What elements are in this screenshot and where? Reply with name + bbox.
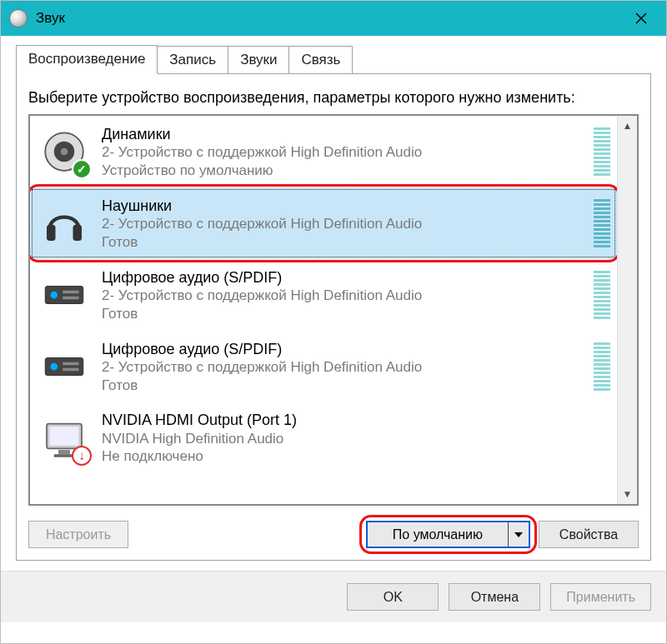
window-title: Звук xyxy=(36,10,619,27)
scroll-down-arrow-icon[interactable]: ▼ xyxy=(618,484,637,504)
device-info: Динамики 2- Устройство с поддержкой High… xyxy=(102,125,582,179)
device-name: Динамики xyxy=(102,125,582,144)
device-info: Наушники 2- Устройство с поддержкой High… xyxy=(102,197,582,251)
device-description: 2- Устройство с поддержкой High Definiti… xyxy=(102,215,582,232)
device-item-headphones[interactable]: Наушники 2- Устройство с поддержкой High… xyxy=(30,187,617,259)
svg-rect-12 xyxy=(63,368,78,372)
level-meter xyxy=(594,339,610,394)
device-description: 2- Устройство с поддержкой High Definiti… xyxy=(102,143,582,161)
close-button[interactable] xyxy=(619,1,663,36)
chevron-down-icon xyxy=(514,532,523,537)
svg-rect-3 xyxy=(47,225,56,241)
svg-point-6 xyxy=(50,292,58,299)
device-name: Цифровое аудио (S/PDIF) xyxy=(102,268,582,287)
device-name: NVIDIA HDMI Output (Port 1) xyxy=(102,411,610,430)
svg-rect-4 xyxy=(73,225,83,241)
cancel-button[interactable]: Отмена xyxy=(449,583,540,611)
set-default-dropdown-arrow[interactable] xyxy=(509,522,529,547)
device-item-spdif-1[interactable]: Цифровое аудио (S/PDIF) 2- Устройство с … xyxy=(30,259,617,331)
level-meter xyxy=(594,196,610,251)
level-meter xyxy=(594,267,610,322)
device-status: Готов xyxy=(102,377,582,394)
receiver-icon xyxy=(38,269,90,321)
monitor-icon xyxy=(38,412,90,464)
set-default-button[interactable]: По умолчанию xyxy=(368,522,509,547)
properties-button[interactable]: Свойства xyxy=(539,521,639,548)
device-list[interactable]: Динамики 2- Устройство с поддержкой High… xyxy=(30,116,617,504)
tab-recording[interactable]: Запись xyxy=(157,46,228,74)
device-status: Готов xyxy=(102,233,582,251)
tab-row: Воспроизведение Запись Звуки Связь xyxy=(16,44,651,74)
set-default-split-button[interactable]: По умолчанию xyxy=(366,521,530,548)
device-name: Цифровое аудио (S/PDIF) xyxy=(102,340,582,359)
ok-button[interactable]: OK xyxy=(347,583,439,611)
close-icon xyxy=(635,12,647,24)
receiver-icon xyxy=(38,341,90,392)
svg-rect-7 xyxy=(63,291,78,294)
scrollbar[interactable]: ▲ ▼ xyxy=(617,116,637,504)
tab-playback[interactable]: Воспроизведение xyxy=(16,45,158,74)
headphones-icon xyxy=(38,197,90,249)
scroll-up-arrow-icon[interactable]: ▲ xyxy=(618,116,637,136)
device-description: NVIDIA High Definition Audio xyxy=(102,430,610,447)
instruction-text: Выберите устройство воспроизведения, пар… xyxy=(28,87,639,107)
device-status: Не подключено xyxy=(102,447,610,465)
device-item-speakers[interactable]: Динамики 2- Устройство с поддержкой High… xyxy=(30,116,617,187)
tab-communications[interactable]: Связь xyxy=(288,46,353,74)
svg-point-2 xyxy=(61,148,68,156)
svg-point-10 xyxy=(50,363,58,371)
dialog-button-row: OK Отмена Применить xyxy=(1,571,666,622)
device-info: Цифровое аудио (S/PDIF) 2- Устройство с … xyxy=(102,340,582,394)
device-item-nvidia-hdmi[interactable]: NVIDIA HDMI Output (Port 1) NVIDIA High … xyxy=(30,402,617,473)
not-connected-badge-icon xyxy=(72,446,92,466)
titlebar: Звук xyxy=(1,1,666,36)
svg-rect-11 xyxy=(63,362,78,366)
device-status: Готов xyxy=(102,305,582,322)
configure-button[interactable]: Настроить xyxy=(28,521,128,548)
svg-rect-14 xyxy=(50,427,79,446)
level-meter xyxy=(594,124,610,179)
sound-app-icon xyxy=(9,9,28,27)
tab-content-playback: Выберите устройство воспроизведения, пар… xyxy=(16,74,651,561)
default-badge-icon xyxy=(72,159,92,179)
set-default-wrapper: По умолчанию xyxy=(366,521,530,548)
device-description: 2- Устройство с поддержкой High Definiti… xyxy=(102,287,582,304)
svg-rect-15 xyxy=(58,450,70,454)
device-action-row: Настроить По умолчанию Свойства xyxy=(28,521,639,548)
apply-button[interactable]: Применить xyxy=(550,583,651,611)
tab-sounds[interactable]: Звуки xyxy=(228,46,289,74)
device-item-spdif-2[interactable]: Цифровое аудио (S/PDIF) 2- Устройство с … xyxy=(30,331,617,402)
dialog-body: Воспроизведение Запись Звуки Связь Выбер… xyxy=(1,36,666,561)
device-status: Устройство по умолчанию xyxy=(102,162,582,179)
device-name: Наушники xyxy=(102,197,582,216)
speaker-icon xyxy=(38,126,90,177)
device-info: Цифровое аудио (S/PDIF) 2- Устройство с … xyxy=(102,268,582,322)
device-description: 2- Устройство с поддержкой High Definiti… xyxy=(102,358,582,376)
device-info: NVIDIA HDMI Output (Port 1) NVIDIA High … xyxy=(102,411,610,465)
svg-rect-8 xyxy=(63,297,78,300)
device-list-container: Динамики 2- Устройство с поддержкой High… xyxy=(28,114,639,506)
